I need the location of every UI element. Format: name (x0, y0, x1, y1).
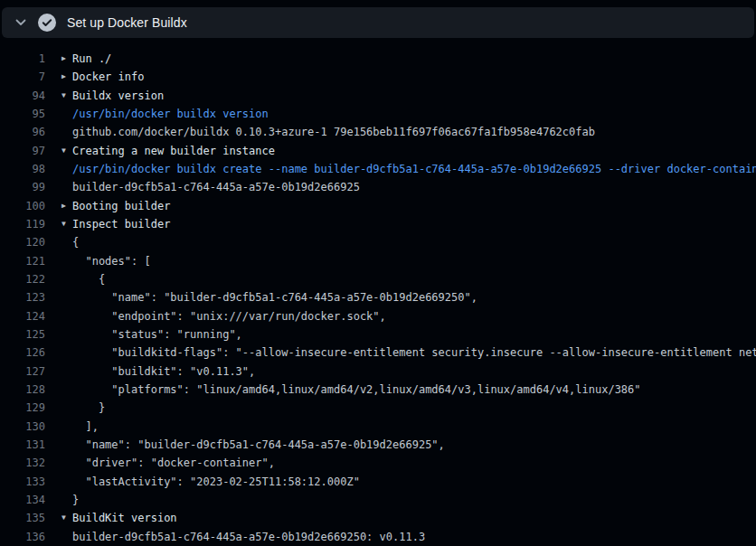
log-group-row[interactable]: 100▶Booting builder (0, 197, 756, 215)
line-number-link[interactable]: 134 (0, 491, 45, 509)
line-number-link[interactable]: 128 (0, 381, 45, 399)
log-group-row[interactable]: 94▼Buildx version (0, 87, 756, 105)
group-label: Booting builder (72, 197, 170, 215)
line-number-link[interactable]: 95 (0, 105, 45, 123)
line-number-link[interactable]: 132 (0, 454, 45, 472)
line-number-link[interactable]: 100 (0, 197, 45, 215)
output-text: "lastActivity": "2023-02-25T11:58:12.000… (72, 473, 360, 491)
output-text: "platforms": "linux/amd64,linux/amd64/v2… (72, 381, 641, 399)
step-header[interactable]: Set up Docker Buildx (2, 7, 754, 38)
log-line: 120{ (0, 233, 756, 251)
output-text: } (72, 491, 79, 509)
line-number-link[interactable]: 121 (0, 252, 45, 270)
log-group-row[interactable]: 97▼Creating a new builder instance (0, 142, 756, 160)
output-text: { (72, 233, 79, 251)
output-text: { (72, 270, 105, 288)
log-line: 136builder-d9cfb5a1-c764-445a-a57e-0b19d… (0, 528, 756, 546)
output-text: "status": "running", (72, 325, 242, 344)
output-text: "buildkit": "v0.11.3", (72, 362, 255, 381)
group-label: Creating a new builder instance (72, 142, 275, 160)
output-text: ], (72, 418, 99, 436)
output-text: "buildkitd-flags": "--allow-insecure-ent… (72, 344, 756, 362)
log-line: 126 "buildkitd-flags": "--allow-insecure… (0, 344, 756, 362)
output-text: "endpoint": "unix:///var/run/docker.sock… (72, 307, 386, 325)
line-number-link[interactable]: 97 (0, 142, 45, 160)
line-number-link[interactable]: 126 (0, 344, 45, 362)
group-expanded-icon[interactable]: ▼ (61, 215, 72, 233)
output-text: } (72, 399, 105, 417)
log-line: 122 { (0, 270, 756, 288)
line-number-link[interactable]: 136 (0, 528, 45, 546)
log-line: 124 "endpoint": "unix:///var/run/docker.… (0, 307, 756, 325)
line-number-link[interactable]: 125 (0, 325, 45, 344)
line-number-link[interactable]: 129 (0, 399, 45, 417)
log-line: 121 "nodes": [ (0, 252, 756, 270)
group-expanded-icon[interactable]: ▼ (61, 87, 72, 105)
line-number-link[interactable]: 133 (0, 473, 45, 491)
line-number-link[interactable]: 7 (0, 68, 45, 86)
group-collapsed-icon[interactable]: ▶ (61, 50, 72, 68)
log-line: 134} (0, 491, 756, 509)
line-number-link[interactable]: 1 (0, 50, 45, 68)
line-number-link[interactable]: 127 (0, 362, 45, 381)
line-number-link[interactable]: 120 (0, 233, 45, 251)
log-line: 130 ], (0, 418, 756, 436)
log-group-row[interactable]: 7▶Docker info (0, 68, 756, 86)
log-viewer: 1▶Run ./7▶Docker info94▼Buildx version95… (0, 50, 756, 546)
output-text: "nodes": [ (72, 252, 151, 270)
group-label: Inspect builder (72, 215, 170, 233)
line-number-link[interactable]: 99 (0, 178, 45, 196)
output-text: builder-d9cfb5a1-c764-445a-a57e-0b19d2e6… (72, 178, 360, 196)
line-number-link[interactable]: 131 (0, 436, 45, 454)
command-text: /usr/bin/docker buildx version (72, 105, 269, 123)
line-number-link[interactable]: 119 (0, 215, 45, 233)
chevron-down-icon[interactable] (14, 15, 28, 30)
log-line: 127 "buildkit": "v0.11.3", (0, 362, 756, 381)
line-number-link[interactable]: 122 (0, 270, 45, 288)
line-number-link[interactable]: 130 (0, 418, 45, 436)
log-line: 129 } (0, 399, 756, 417)
output-text: "name": "builder-d9cfb5a1-c764-445a-a57e… (72, 288, 477, 306)
log-line: 125 "status": "running", (0, 325, 756, 344)
group-expanded-icon[interactable]: ▼ (61, 509, 72, 527)
group-collapsed-icon[interactable]: ▶ (61, 197, 72, 215)
line-number-link[interactable]: 123 (0, 288, 45, 306)
output-text: builder-d9cfb5a1-c764-445a-a57e-0b19d2e6… (72, 528, 425, 546)
output-text: "name": "builder-d9cfb5a1-c764-445a-a57e… (72, 436, 445, 454)
group-label: Docker info (72, 68, 144, 86)
log-line: 96github.com/docker/buildx 0.10.3+azure-… (0, 123, 756, 141)
output-text: github.com/docker/buildx 0.10.3+azure-1 … (72, 123, 595, 141)
line-number-link[interactable]: 96 (0, 123, 45, 141)
command-text: /usr/bin/docker buildx create --name bui… (72, 160, 756, 178)
group-label: Buildx version (72, 87, 164, 105)
log-line: 133 "lastActivity": "2023-02-25T11:58:12… (0, 473, 756, 491)
line-number-link[interactable]: 135 (0, 509, 45, 527)
check-circle-icon (38, 14, 56, 32)
log-group-row[interactable]: 119▼Inspect builder (0, 215, 756, 233)
output-text: "driver": "docker-container", (72, 454, 275, 472)
log-line: 123 "name": "builder-d9cfb5a1-c764-445a-… (0, 288, 756, 306)
group-label: Run ./ (72, 50, 111, 68)
group-label: BuildKit version (72, 509, 177, 527)
log-line: 98/usr/bin/docker buildx create --name b… (0, 160, 756, 178)
log-line: 99builder-d9cfb5a1-c764-445a-a57e-0b19d2… (0, 178, 756, 196)
log-group-row[interactable]: 1▶Run ./ (0, 50, 756, 68)
log-group-row[interactable]: 135▼BuildKit version (0, 509, 756, 527)
log-line: 128 "platforms": "linux/amd64,linux/amd6… (0, 381, 756, 399)
line-number-link[interactable]: 94 (0, 87, 45, 105)
group-expanded-icon[interactable]: ▼ (61, 142, 72, 160)
line-number-link[interactable]: 124 (0, 307, 45, 325)
line-number-link[interactable]: 98 (0, 160, 45, 178)
group-collapsed-icon[interactable]: ▶ (61, 68, 72, 86)
log-line: 95/usr/bin/docker buildx version (0, 105, 756, 123)
log-line: 131 "name": "builder-d9cfb5a1-c764-445a-… (0, 436, 756, 454)
log-line: 132 "driver": "docker-container", (0, 454, 756, 472)
step-title: Set up Docker Buildx (67, 15, 187, 30)
